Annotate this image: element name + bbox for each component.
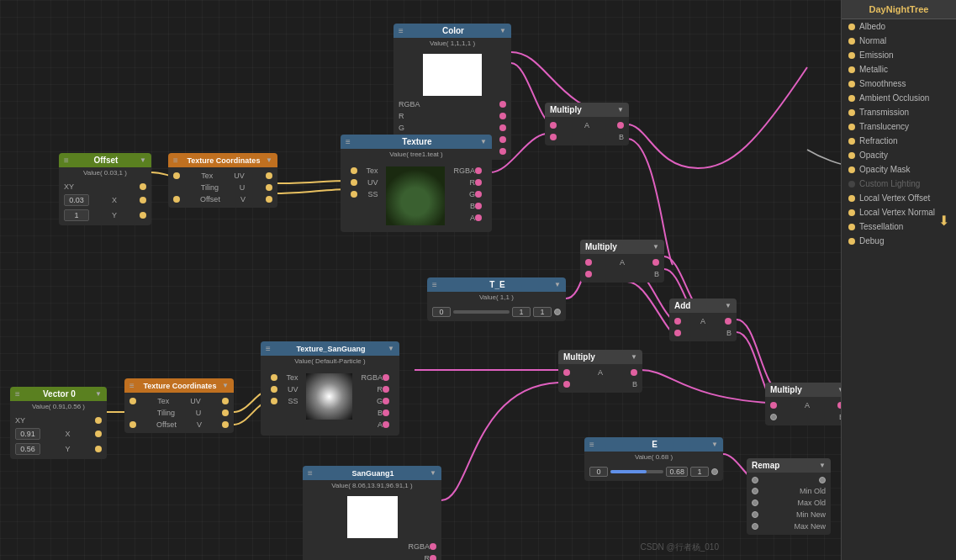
panel-item-normal[interactable]: Normal	[842, 34, 956, 48]
dot-icon	[848, 124, 855, 130]
panel-item-label: Emission	[859, 50, 894, 60]
panel-item-label: Local Vertex Normal	[859, 208, 935, 217]
sanguang1-preview	[347, 496, 398, 538]
offset-x-input[interactable]	[64, 194, 89, 206]
node-te: ≡ T_E ▼ Value( 1,1 ) 0 1 1	[427, 277, 566, 321]
port-uv-in[interactable]	[351, 179, 357, 186]
dot-icon	[848, 166, 855, 173]
node-multiply1: Multiply ▼ A B	[545, 103, 629, 145]
node-color-header[interactable]: ≡ Color ▼	[393, 24, 511, 38]
node-vector0: ≡ Vector 0 ▼ Value( 0.91,0.56 ) XY X Y	[10, 387, 107, 459]
dot-icon	[848, 138, 855, 145]
panel-item-refraction[interactable]: Refraction	[842, 134, 956, 148]
node-multiply3: Multiply ▼ A B	[765, 383, 841, 425]
rgba-row: RGBA	[393, 98, 511, 110]
panel-item-opacity[interactable]: Opacity	[842, 148, 956, 162]
dot-icon	[848, 38, 855, 45]
dot-icon	[848, 195, 855, 202]
node-add: Add ▼ A B	[669, 298, 737, 341]
panel-item-metallic[interactable]: Metallic	[842, 62, 956, 77]
panel-item-opacity-mask[interactable]: Opacity Mask	[842, 162, 956, 177]
dot-icon	[848, 181, 855, 188]
port-b-out[interactable]	[499, 136, 506, 143]
panel-item-label: Opacity Mask	[859, 165, 911, 174]
watermark: CSDN @行者杨_010	[640, 542, 719, 553]
dot-icon	[848, 66, 855, 73]
download-icon[interactable]: ⬇	[938, 213, 949, 229]
node-texcoords1: ≡ Texture Coordinates ▼ Tex UV Tiling U …	[168, 153, 277, 208]
offset-y-input[interactable]	[64, 209, 89, 221]
panel-item-label: Custom Lighting	[859, 179, 920, 188]
port-tex-in[interactable]	[351, 167, 357, 174]
port-r-out[interactable]	[499, 113, 506, 119]
chevron-icon[interactable]: ▼	[499, 27, 506, 34]
port-g-out[interactable]	[499, 124, 506, 131]
node-sanguang1: ≡ SanGuang1 ▼ Value( 8.06,13.91,96.91,1 …	[303, 466, 441, 560]
node-offset: ≡ Offset ▼ Value( 0.03,1 ) XY X Y	[59, 153, 151, 225]
dot-icon	[848, 152, 855, 159]
node-color-title: Color	[442, 26, 464, 35]
panel-title: DayNightTree	[842, 0, 956, 19]
panel-item-transmission[interactable]: Transmission	[842, 105, 956, 119]
panel-item-custom-lighting[interactable]: Custom Lighting	[842, 177, 956, 191]
right-panel: DayNightTree AlbedoNormalEmissionMetalli…	[841, 0, 956, 560]
node-texture-sg: ≡ Texture_SanGuang ▼ Value( Default-Part…	[261, 341, 399, 436]
panel-item-label: Metallic	[859, 65, 888, 74]
panel-item-albedo[interactable]: Albedo	[842, 19, 956, 34]
panel-item-emission[interactable]: Emission	[842, 48, 956, 62]
node-texture-header[interactable]: ≡ Texture ▼	[341, 135, 492, 149]
port-rgba-out[interactable]	[475, 167, 482, 174]
te-slider[interactable]	[453, 310, 510, 314]
panel-item-label: Ambient Occlusion	[859, 93, 929, 103]
panel-item-label: Local Vertex Offset	[859, 193, 930, 203]
panel-item-label: Tessellation	[859, 222, 903, 231]
texture-preview	[386, 166, 445, 225]
e-slider[interactable]	[610, 470, 663, 473]
dot-icon	[848, 109, 855, 116]
dot-icon	[848, 81, 855, 87]
panel-item-local-vertex-offset[interactable]: Local Vertex Offset	[842, 191, 956, 205]
panel-item-smoothness[interactable]: Smoothness	[842, 77, 956, 91]
panel-item-label: Opacity	[859, 151, 888, 160]
vector-x-input[interactable]	[15, 428, 40, 440]
port-ss-in[interactable]	[351, 191, 357, 198]
panel-item-label: Debug	[859, 236, 884, 246]
panel-item-label: Albedo	[859, 22, 885, 31]
node-multiply2: Multiply ▼ A B	[580, 240, 664, 283]
panel-item-label: Refraction	[859, 136, 898, 145]
dot-icon	[848, 238, 855, 245]
color-preview	[423, 54, 482, 96]
port-a-out[interactable]	[499, 148, 506, 155]
node-multiply4: Multiply ▼ A B	[558, 350, 642, 393]
canvas-area[interactable]: ≡ Color ▼ Value( 1,1,1,1 ) RGBA R G B	[0, 0, 841, 560]
dot-icon	[848, 52, 855, 59]
panel-item-ambient-occlusion[interactable]: Ambient Occlusion	[842, 91, 956, 105]
vector-y-input[interactable]	[15, 443, 40, 455]
dot-icon	[848, 24, 855, 30]
panel-item-label: Normal	[859, 36, 886, 45]
panel-item-debug[interactable]: Debug	[842, 234, 956, 248]
node-texture: ≡ Texture ▼ Value( tree1.teat ) Tex UV	[341, 135, 492, 232]
panel-item-label: Transmission	[859, 108, 909, 117]
panel-item-label: Smoothness	[859, 79, 906, 88]
node-remap: Remap ▼ Min Old Max Old Min New	[747, 458, 831, 535]
menu-icon[interactable]: ≡	[399, 26, 404, 35]
port-rgba-out[interactable]	[499, 101, 506, 108]
node-texcoords2: ≡ Texture Coordinates ▼ Tex UV Tiling U …	[124, 378, 234, 433]
dot-icon	[848, 224, 855, 230]
panel-item-translucency[interactable]: Translucency	[842, 119, 956, 134]
node-color-subtitle: Value( 1,1,1,1 )	[393, 38, 511, 49]
panel-item-label: Translucency	[859, 122, 909, 131]
dot-icon	[848, 95, 855, 102]
node-e: ≡ E ▼ Value( 0.68 ) 0 0.68 1	[584, 437, 723, 481]
sg-preview	[306, 373, 352, 420]
dot-icon	[848, 209, 855, 216]
